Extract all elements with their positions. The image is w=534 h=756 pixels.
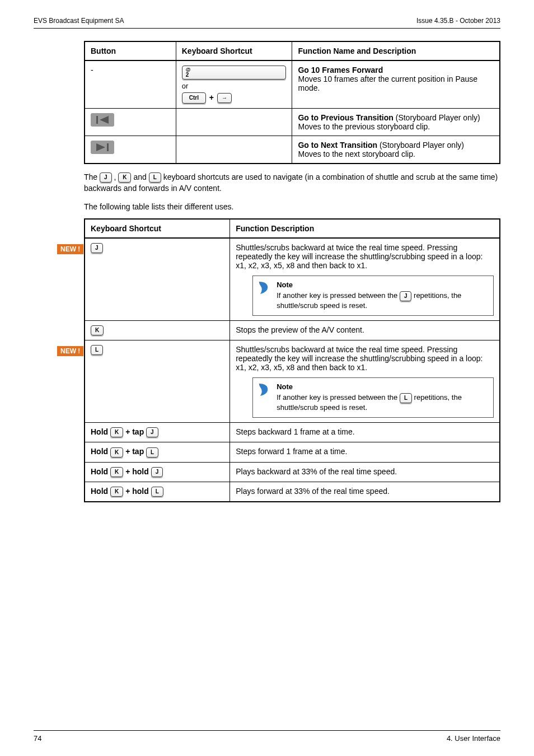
next-track-icon	[91, 141, 114, 154]
header-left: EVS Broadcast Equipment SA	[34, 17, 124, 25]
button-shortcut-table: Button Keyboard Shortcut Function Name a…	[84, 41, 500, 164]
desc-title: Go to Next Transition	[298, 141, 377, 150]
desc-cell: Go 10 Frames Forward Moves 10 frames aft…	[292, 60, 500, 109]
key-k: K	[110, 467, 123, 477]
key-k: K	[110, 427, 123, 437]
desc-cell: Steps forward 1 frame at a time.	[230, 442, 500, 462]
col-desc: Function Description	[230, 219, 500, 238]
desc-text: Moves to the next storyboard clip.	[298, 150, 415, 158]
previous-track-icon	[91, 113, 114, 127]
page-footer: 74 4. User Interface	[34, 730, 500, 743]
note-text-a: If another key is pressed between the	[277, 394, 400, 402]
button-cell	[85, 136, 176, 164]
table-row: NEW ! J Shuttles/scrubs backward at twic…	[85, 238, 500, 321]
shortcut-cell	[176, 109, 292, 136]
desc-text: Shuttles/scrubs backward at twice the re…	[236, 345, 483, 372]
note-text-a: If another key is pressed between the	[277, 291, 400, 300]
key-j: J	[91, 243, 103, 253]
key-arrow-right: →	[217, 93, 232, 103]
plus-sign: +	[208, 93, 215, 102]
desc-cell: Stops the preview of the A/V content.	[230, 320, 500, 340]
desc-paren: (Storyboard Player only)	[396, 113, 480, 122]
button-cell	[85, 109, 176, 136]
footer-left: 74	[34, 734, 41, 743]
table-row: Hold K + hold L Plays forward at 33% of …	[85, 482, 500, 502]
combo-hold: Hold	[91, 487, 108, 496]
key-l: L	[400, 393, 412, 403]
footer-right: 4. User Interface	[447, 734, 500, 743]
col-desc: Function Name and Description	[292, 41, 500, 60]
svg-marker-1	[100, 116, 109, 124]
button-cell: -	[85, 60, 176, 109]
note-box: Note If another key is pressed between t…	[252, 276, 494, 316]
key-l: L	[149, 172, 161, 183]
key-l: L	[146, 447, 158, 458]
combo-op: + tap	[125, 447, 144, 456]
key-j: J	[151, 467, 163, 477]
combo-op: + tap	[125, 427, 144, 436]
table-row: NEW ! L Shuttles/scrubs backward at twic…	[85, 340, 500, 423]
svg-marker-2	[96, 143, 105, 151]
svg-rect-0	[96, 116, 98, 124]
table-row: - @ 2 or Ctrl + →	[85, 60, 500, 109]
table-row: K Stops the preview of the A/V content.	[85, 320, 500, 340]
desc-paren: (Storyboard Player only)	[380, 141, 464, 150]
col-shortcut: Keyboard Shortcut	[85, 219, 230, 238]
col-button: Button	[85, 41, 176, 60]
shortcut-cell	[176, 136, 292, 164]
col-shortcut: Keyboard Shortcut	[176, 41, 292, 60]
key-l: L	[151, 487, 163, 497]
table-row: Hold K + hold J Plays backward at 33% of…	[85, 462, 500, 482]
key-ctrl: Ctrl	[182, 92, 206, 104]
shortcut-cell: @ 2 or Ctrl + →	[176, 60, 292, 109]
combo-hold: Hold	[91, 447, 108, 456]
table-row: Go to Previous Transition (Storyboard Pl…	[85, 109, 500, 136]
combo-hold: Hold	[91, 427, 108, 436]
desc-text: Moves to the previous storyboard clip.	[298, 122, 430, 131]
key-j: J	[100, 172, 112, 183]
table-row: Go to Next Transition (Storyboard Player…	[85, 136, 500, 164]
page-header: EVS Broadcast Equipment SA Issue 4.35.B …	[34, 17, 500, 29]
key-k: K	[118, 172, 131, 183]
desc-cell: Shuttles/scrubs backward at twice the re…	[230, 340, 500, 423]
new-badge: NEW !	[57, 346, 83, 356]
key-j: J	[146, 427, 158, 437]
new-badge: NEW !	[57, 244, 83, 254]
combo-hold: Hold	[91, 467, 108, 476]
note-title: Note	[277, 281, 488, 289]
key-j: J	[400, 291, 412, 301]
desc-cell: Plays backward at 33% of the real time s…	[230, 462, 500, 482]
shortcut-or: or	[182, 82, 287, 90]
svg-rect-3	[107, 143, 109, 151]
combo-op: + hold	[125, 487, 149, 496]
note-icon	[257, 281, 271, 297]
key-l: L	[91, 345, 103, 355]
content-area: Button Keyboard Shortcut Function Name a…	[84, 41, 500, 502]
key-at-2: @ 2	[182, 66, 287, 80]
note-box: Note If another key is pressed between t…	[252, 377, 494, 418]
desc-cell: Go to Previous Transition (Storyboard Pl…	[292, 109, 500, 136]
desc-cell: Shuttles/scrubs backward at twice the re…	[230, 238, 500, 321]
table-row: Hold K + tap J Steps backward 1 frame at…	[85, 423, 500, 442]
desc-text: Moves 10 frames after the current positi…	[298, 74, 477, 92]
page: EVS Broadcast Equipment SA Issue 4.35.B …	[0, 0, 534, 756]
key-k: K	[110, 487, 123, 497]
combo-op: + hold	[125, 467, 149, 476]
desc-cell: Steps backward 1 frame at a time.	[230, 423, 500, 442]
key-k: K	[110, 447, 123, 458]
jkl-table: Keyboard Shortcut Function Description N…	[84, 218, 500, 502]
table-row: Hold K + tap L Steps forward 1 frame at …	[85, 442, 500, 462]
desc-title: Go to Previous Transition	[298, 113, 393, 122]
desc-text: Shuttles/scrubs backward at twice the re…	[236, 243, 483, 270]
note-title: Note	[277, 382, 488, 391]
note-icon	[257, 382, 271, 399]
jkl-paragraph: The J , K and L keyboard shortcuts are u…	[84, 172, 500, 194]
key-k: K	[91, 325, 104, 335]
intro-paragraph: The following table lists their differen…	[84, 202, 500, 213]
header-right: Issue 4.35.B - October 2013	[416, 17, 500, 25]
desc-cell: Go to Next Transition (Storyboard Player…	[292, 136, 500, 164]
desc-title: Go 10 Frames Forward	[298, 66, 383, 74]
desc-cell: Plays forward at 33% of the real time sp…	[230, 482, 500, 502]
